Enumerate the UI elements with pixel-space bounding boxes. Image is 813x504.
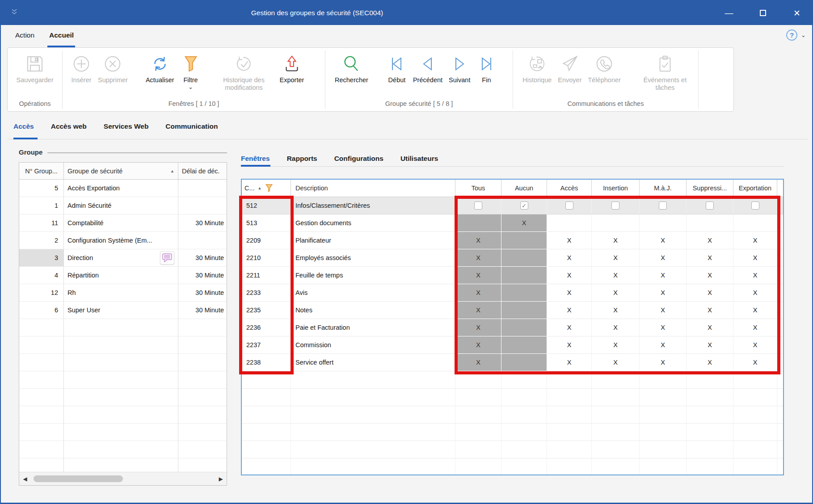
column-header-exportation[interactable]: Exportation: [733, 180, 777, 197]
tab-rapports[interactable]: Rapports: [287, 155, 317, 167]
window-permission-row[interactable]: 2211Feuille de tempsXXXXXX: [242, 267, 783, 284]
permission-cell-insertion[interactable]: X: [592, 302, 640, 319]
permission-cell-aucun[interactable]: [501, 249, 547, 267]
ribbon-collapse-chevron-icon[interactable]: ⌄: [801, 32, 806, 38]
permission-cell-suppression[interactable]: [687, 197, 733, 214]
menu-tab-accueil[interactable]: Accueil: [47, 29, 76, 42]
window-code-cell[interactable]: 2235: [242, 302, 291, 319]
next-record-button[interactable]: Suivant: [446, 50, 473, 85]
group-row[interactable]: 2Configuration Système (Em...: [19, 232, 227, 249]
checkbox-unchecked[interactable]: [611, 202, 619, 210]
group-delay-cell[interactable]: [178, 197, 227, 214]
permission-cell-acces[interactable]: X: [547, 319, 592, 336]
refresh-button[interactable]: Actualiser: [143, 50, 177, 85]
permission-cell-aucun[interactable]: [501, 302, 547, 319]
window-description-cell[interactable]: Infos/Classement/Critères: [291, 197, 455, 214]
permission-cell-acces[interactable]: [547, 197, 592, 214]
permission-cell-aucun[interactable]: [501, 319, 547, 336]
permission-cell-exportation[interactable]: X: [733, 354, 777, 371]
window-code-cell[interactable]: 2211: [242, 267, 291, 284]
permission-cell-tous[interactable]: X: [455, 267, 501, 284]
permission-cell-tous[interactable]: X: [455, 354, 501, 371]
permission-cell-acces[interactable]: X: [547, 336, 592, 354]
group-name-cell[interactable]: Répartition: [64, 267, 178, 284]
permission-cell-maj[interactable]: X: [640, 284, 687, 302]
permission-cell-exportation[interactable]: X: [733, 232, 777, 249]
window-description-cell[interactable]: Service offert: [291, 354, 455, 371]
checkbox-unchecked[interactable]: [751, 202, 759, 210]
tab-services-web[interactable]: Services Web: [104, 122, 149, 135]
column-header-delay[interactable]: Délai de déc.: [178, 163, 227, 179]
group-delay-cell[interactable]: 30 Minute: [178, 267, 227, 284]
permission-cell-tous[interactable]: X: [455, 336, 501, 354]
permission-cell-insertion[interactable]: X: [592, 232, 640, 249]
permission-cell-suppression[interactable]: X: [687, 354, 733, 371]
column-header-group-name[interactable]: Groupe de sécurité ▲: [64, 163, 178, 179]
permission-cell-suppression[interactable]: X: [687, 267, 733, 284]
window-permission-row[interactable]: 2237CommissionXXXXXX: [242, 336, 783, 354]
minimize-button[interactable]: —: [722, 6, 736, 20]
permission-cell-tous[interactable]: X: [455, 249, 501, 267]
permission-cell-maj[interactable]: X: [640, 267, 687, 284]
column-header-suppression[interactable]: Suppressi...: [687, 180, 733, 197]
column-header-group-number[interactable]: N° Group...: [19, 163, 64, 179]
window-description-cell[interactable]: Paie et Facturation: [291, 319, 455, 336]
window-description-cell[interactable]: Employés associés: [291, 249, 455, 267]
checkbox-checked[interactable]: ✓: [520, 202, 528, 210]
group-number-cell[interactable]: 2: [19, 232, 64, 249]
group-name-cell[interactable]: Configuration Système (Em...: [64, 232, 178, 249]
scroll-left-arrow-icon[interactable]: ◀: [19, 476, 31, 482]
permission-cell-maj[interactable]: X: [640, 319, 687, 336]
column-header-description[interactable]: Description: [291, 180, 455, 197]
permission-cell-insertion[interactable]: X: [592, 336, 640, 354]
group-row[interactable]: 3Direction30 Minute: [19, 249, 227, 267]
help-icon[interactable]: ?: [786, 29, 797, 41]
scroll-right-arrow-icon[interactable]: ▶: [215, 476, 227, 482]
permission-cell-suppression[interactable]: X: [687, 249, 733, 267]
permission-cell-tous[interactable]: X: [455, 319, 501, 336]
window-permission-row[interactable]: 2209PlanificateurXXXXXX: [242, 232, 783, 249]
window-description-cell[interactable]: Avis: [291, 284, 455, 302]
permission-cell-suppression[interactable]: X: [687, 319, 733, 336]
column-header-insertion[interactable]: Insertion: [592, 180, 640, 197]
permission-cell-maj[interactable]: [640, 197, 687, 214]
group-row[interactable]: 12Rh30 Minute: [19, 284, 227, 302]
group-number-cell[interactable]: 12: [19, 284, 64, 302]
permission-cell-acces[interactable]: X: [547, 232, 592, 249]
tab-acces[interactable]: Accès: [13, 122, 34, 135]
permission-cell-insertion[interactable]: [592, 197, 640, 214]
permission-cell-exportation[interactable]: X: [733, 302, 777, 319]
permission-cell-insertion[interactable]: X: [592, 284, 640, 302]
export-button[interactable]: Exporter: [277, 50, 308, 85]
group-name-cell[interactable]: Super User: [64, 302, 178, 319]
horizontal-scrollbar[interactable]: ◀ ▶: [19, 472, 227, 485]
window-description-cell[interactable]: Feuille de temps: [291, 267, 455, 284]
permission-cell-acces[interactable]: X: [547, 267, 592, 284]
window-code-cell[interactable]: 2237: [242, 336, 291, 354]
last-record-button[interactable]: Fin: [473, 50, 499, 85]
group-row[interactable]: 6Super User30 Minute: [19, 302, 227, 319]
group-name-cell[interactable]: Comptabilité: [64, 214, 178, 232]
scrollbar-thumb[interactable]: [34, 475, 123, 482]
permission-cell-maj[interactable]: [640, 214, 687, 232]
permission-cell-insertion[interactable]: X: [592, 249, 640, 267]
permission-cell-exportation[interactable]: X: [733, 267, 777, 284]
permission-cell-suppression[interactable]: X: [687, 284, 733, 302]
permission-cell-insertion[interactable]: X: [592, 267, 640, 284]
permission-cell-exportation[interactable]: X: [733, 284, 777, 302]
window-description-cell[interactable]: Gestion documents: [291, 214, 455, 232]
window-code-cell[interactable]: 512: [242, 197, 291, 214]
permission-cell-suppression[interactable]: X: [687, 336, 733, 354]
permission-cell-acces[interactable]: X: [547, 302, 592, 319]
permission-cell-maj[interactable]: X: [640, 354, 687, 371]
permission-cell-aucun[interactable]: [501, 267, 547, 284]
permission-cell-suppression[interactable]: X: [687, 302, 733, 319]
permission-cell-suppression[interactable]: X: [687, 232, 733, 249]
permission-cell-exportation[interactable]: X: [733, 336, 777, 354]
column-header-code[interactable]: C... ▲: [242, 180, 291, 197]
window-permission-row[interactable]: 2236Paie et FacturationXXXXXX: [242, 319, 783, 336]
window-permission-row[interactable]: 513Gestion documentsX: [242, 214, 783, 232]
filter-button[interactable]: Filtre ⌄: [177, 50, 204, 90]
first-record-button[interactable]: Début: [384, 50, 410, 85]
window-code-cell[interactable]: 2210: [242, 249, 291, 267]
